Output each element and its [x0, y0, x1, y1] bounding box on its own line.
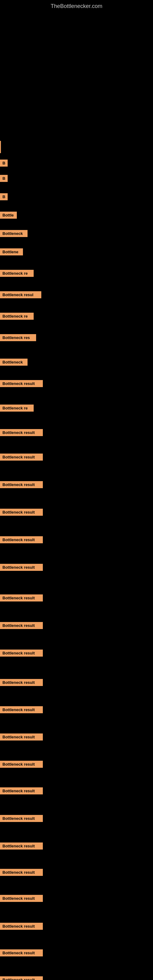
bottleneck-label: Bottleneck re [0, 270, 33, 277]
bottleneck-item: Bottleneck result [0, 509, 43, 516]
bottleneck-item: Bottleneck re [0, 313, 33, 320]
bottleneck-label: Bottleneck result [0, 679, 43, 686]
bottleneck-item: Bottlene [0, 248, 23, 255]
bottleneck-item: Bottleneck resul [0, 291, 41, 298]
bottleneck-label: Bottleneck result [0, 429, 43, 436]
bottleneck-label: Bottleneck result [0, 706, 43, 713]
bottleneck-label: Bottleneck result [0, 481, 43, 488]
bottleneck-label: Bottleneck [0, 230, 27, 237]
bottleneck-item: B [0, 193, 8, 200]
bottleneck-item: Bottleneck [0, 230, 27, 237]
bottleneck-item: Bottleneck result [0, 706, 43, 713]
bottleneck-item: Bottleneck result [0, 622, 43, 629]
bottleneck-label: Bottleneck result [0, 380, 43, 387]
bottleneck-label: Bottleneck result [0, 895, 43, 902]
bottleneck-label: B [0, 175, 8, 182]
bottleneck-label: Bottleneck result [0, 923, 43, 930]
bottleneck-label: Bottleneck result [0, 788, 43, 794]
bottleneck-item: Bottleneck result [0, 453, 43, 461]
bottleneck-label: Bottleneck result [0, 869, 43, 876]
bottleneck-label: Bottleneck res [0, 334, 36, 341]
bottleneck-item: Bottleneck result [0, 649, 43, 657]
bottleneck-label: Bottleneck result [0, 595, 43, 601]
bottleneck-label: B [0, 193, 8, 200]
bottleneck-label: Bottleneck result [0, 564, 43, 571]
bottleneck-item: Bottleneck result [0, 536, 43, 543]
bottleneck-item: Bottleneck result [0, 429, 43, 436]
bottleneck-item: Bottleneck result [0, 976, 43, 980]
bottleneck-item: Bottleneck result [0, 380, 43, 387]
bottleneck-item: Bottleneck result [0, 950, 43, 956]
bottleneck-label: B [0, 159, 8, 167]
bottleneck-item: Bottleneck result [0, 788, 43, 794]
bottleneck-item: B [0, 159, 8, 167]
bottleneck-label: Bottleneck result [0, 509, 43, 516]
bottleneck-item: Bottleneck result [0, 595, 43, 601]
bottleneck-label: Bottleneck result [0, 950, 43, 956]
bottleneck-item: Bottleneck result [0, 761, 43, 768]
bottleneck-item: Bottleneck result [0, 895, 43, 902]
bottleneck-item: Bottleneck re [0, 270, 33, 277]
bottleneck-item: Bottleneck re [0, 404, 33, 412]
bottleneck-item: Bottleneck result [0, 923, 43, 930]
bottleneck-label: Bottleneck resul [0, 291, 41, 298]
bottleneck-label: Bottle [0, 212, 17, 219]
bottleneck-item: Bottleneck result [0, 564, 43, 571]
bottleneck-label: Bottlene [0, 248, 23, 255]
bottleneck-label: Bottleneck result [0, 815, 43, 822]
bottleneck-item: Bottleneck result [0, 869, 43, 876]
left-bar [0, 141, 1, 153]
bottleneck-item: Bottleneck result [0, 679, 43, 686]
bottleneck-label: Bottleneck result [0, 733, 43, 740]
bottleneck-item: Bottleneck [0, 359, 27, 366]
bottleneck-item: Bottleneck result [0, 815, 43, 822]
bottleneck-label: Bottleneck [0, 359, 27, 366]
bottleneck-item: Bottleneck result [0, 843, 43, 850]
bottleneck-label: Bottleneck result [0, 536, 43, 543]
bottleneck-label: Bottleneck re [0, 404, 33, 412]
bottleneck-label: Bottleneck result [0, 843, 43, 850]
site-title: TheBottlenecker.com [0, 0, 153, 13]
bottleneck-item: Bottleneck res [0, 334, 36, 341]
bottleneck-label: Bottleneck result [0, 453, 43, 461]
bottleneck-label: Bottleneck re [0, 313, 33, 320]
bottleneck-label: Bottleneck result [0, 622, 43, 629]
bottleneck-label: Bottleneck result [0, 976, 43, 980]
bottleneck-item: B [0, 175, 8, 182]
bottleneck-item: Bottleneck result [0, 733, 43, 740]
bottleneck-item: Bottleneck result [0, 481, 43, 488]
bottleneck-label: Bottleneck result [0, 649, 43, 657]
bottleneck-item: Bottle [0, 212, 17, 219]
bottleneck-label: Bottleneck result [0, 761, 43, 768]
